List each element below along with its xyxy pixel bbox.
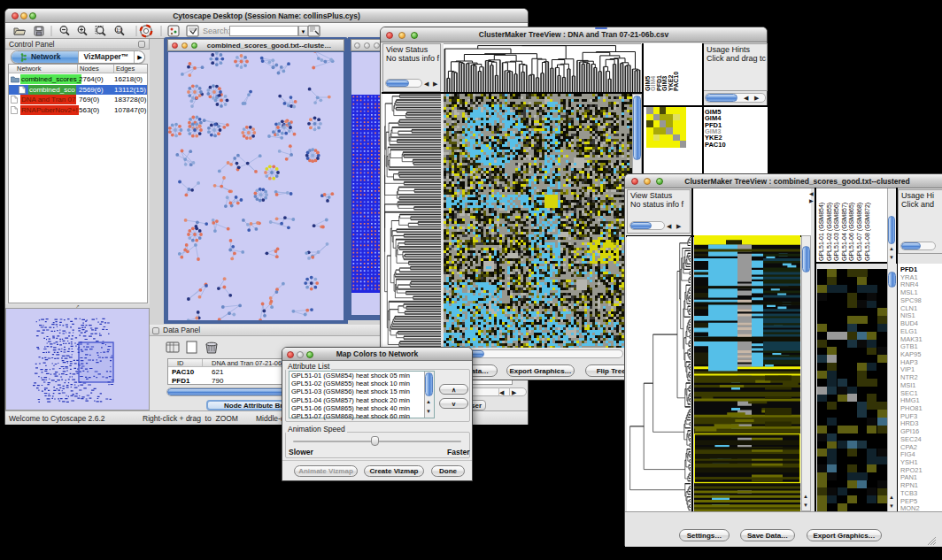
- svg-text:1:1: 1:1: [116, 28, 122, 33]
